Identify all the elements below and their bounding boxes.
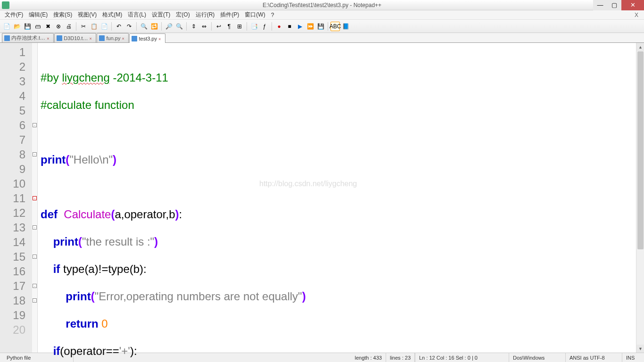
scroll-up-icon[interactable]: ▲ bbox=[636, 43, 644, 51]
redo-button[interactable]: ↷ bbox=[124, 22, 134, 31]
menu-window[interactable]: 窗口(W) bbox=[242, 11, 268, 19]
line-number-gutter: 1234567891011121314151617181920 bbox=[0, 43, 32, 353]
record-macro-button[interactable]: ● bbox=[274, 22, 284, 31]
save-all-button[interactable]: 🗃 bbox=[33, 22, 42, 31]
scroll-thumb[interactable] bbox=[637, 51, 644, 249]
code-content[interactable]: http://blog.csdn.net/liygcheng #by liygc… bbox=[38, 43, 644, 353]
file-tab[interactable]: fun.py× bbox=[97, 33, 129, 42]
zoom-out-button[interactable]: 🔍 bbox=[174, 22, 184, 31]
close-file-button[interactable]: ✖ bbox=[43, 22, 53, 31]
tab-close-x-icon[interactable]: X bbox=[632, 12, 641, 18]
tab-bar: 内存池技术.t…× D3D10.t…× fun.py× test3.py× bbox=[0, 33, 644, 43]
tab-close-icon[interactable]: × bbox=[47, 36, 50, 40]
menu-file[interactable]: 文件(F) bbox=[2, 11, 26, 19]
toolbar-separator bbox=[76, 22, 76, 31]
minimize-button[interactable]: — bbox=[593, 0, 607, 10]
menu-settings[interactable]: 设置(T) bbox=[149, 11, 173, 19]
file-icon bbox=[4, 35, 10, 41]
toolbar: 📄 📂 💾 🗃 ✖ ⊗ 🖨 ✂ 📋 📄 ↶ ↷ 🔍 🔁 🔎 🔍 ⇕ ⇔ ↩ ¶ … bbox=[0, 20, 644, 33]
tab-close-icon[interactable]: × bbox=[158, 37, 162, 41]
fold-box-icon[interactable]: - bbox=[33, 123, 37, 127]
window-controls: — ▢ ✕ bbox=[593, 0, 644, 10]
play-multi-button[interactable]: ⏩ bbox=[305, 22, 315, 31]
toolbar-separator bbox=[272, 22, 272, 31]
menu-run[interactable]: 运行(R) bbox=[193, 11, 218, 19]
toolbar-extra-button[interactable]: 📘 bbox=[341, 22, 350, 31]
sync-v-button[interactable]: ⇕ bbox=[189, 22, 198, 31]
zoom-in-button[interactable]: 🔎 bbox=[164, 22, 173, 31]
copy-button[interactable]: 📋 bbox=[89, 22, 99, 31]
menu-help[interactable]: ? bbox=[268, 12, 277, 18]
play-macro-button[interactable]: ▶ bbox=[295, 22, 305, 31]
file-icon bbox=[57, 35, 62, 41]
fold-box-icon[interactable]: - bbox=[33, 255, 37, 259]
replace-button[interactable]: 🔁 bbox=[149, 22, 159, 31]
cut-button[interactable]: ✂ bbox=[79, 22, 88, 31]
toolbar-separator bbox=[111, 22, 112, 31]
fold-column[interactable]: - - - - - - - bbox=[32, 43, 38, 353]
menu-language[interactable]: 语言(L) bbox=[125, 11, 149, 19]
new-file-button[interactable]: 📄 bbox=[2, 22, 11, 31]
open-file-button[interactable]: 📂 bbox=[12, 22, 22, 31]
menu-search[interactable]: 搜索(S) bbox=[50, 11, 75, 19]
toolbar-separator bbox=[247, 22, 247, 31]
function-list-button[interactable]: ƒ bbox=[260, 22, 269, 31]
toolbar-separator bbox=[328, 22, 328, 31]
stop-macro-button[interactable]: ■ bbox=[285, 22, 294, 31]
file-tab[interactable]: 内存池技术.t…× bbox=[2, 33, 54, 42]
close-button[interactable]: ✕ bbox=[621, 0, 644, 10]
menu-bar: 文件(F) 编辑(E) 搜索(S) 视图(V) 格式(M) 语言(L) 设置(T… bbox=[0, 10, 644, 20]
toolbar-separator bbox=[136, 22, 137, 31]
tab-label: D3D10.t… bbox=[64, 35, 88, 41]
print-button[interactable]: 🖨 bbox=[64, 22, 74, 31]
save-button[interactable]: 💾 bbox=[23, 22, 32, 31]
show-all-chars-button[interactable]: ¶ bbox=[224, 22, 234, 31]
tab-label: fun.py bbox=[106, 35, 120, 41]
app-icon bbox=[2, 1, 9, 9]
wordwrap-button[interactable]: ↩ bbox=[214, 22, 223, 31]
paste-button[interactable]: 📄 bbox=[99, 22, 109, 31]
fold-box-icon[interactable]: - bbox=[33, 298, 37, 303]
tab-label: test3.py bbox=[139, 36, 157, 41]
file-tab-active[interactable]: test3.py× bbox=[129, 33, 165, 43]
window-title: E:\Coding\Test\test1\test2\test3.py - No… bbox=[263, 2, 381, 8]
fold-box-icon[interactable]: - bbox=[33, 196, 37, 200]
title-bar: E:\Coding\Test\test1\test2\test3.py - No… bbox=[0, 0, 644, 10]
file-icon bbox=[99, 35, 105, 41]
fold-box-icon[interactable]: - bbox=[33, 284, 37, 288]
doc-map-button[interactable]: 📑 bbox=[249, 22, 259, 31]
toolbar-separator bbox=[211, 22, 212, 31]
editor-area[interactable]: 1234567891011121314151617181920 - - - - … bbox=[0, 43, 644, 353]
indent-guide-button[interactable]: ⊞ bbox=[235, 22, 244, 31]
fold-box-icon[interactable]: - bbox=[33, 225, 37, 230]
menu-view[interactable]: 视图(V) bbox=[75, 11, 99, 19]
sync-h-button[interactable]: ⇔ bbox=[199, 22, 209, 31]
spellcheck-button[interactable]: ABC bbox=[330, 22, 340, 31]
toolbar-separator bbox=[186, 22, 187, 31]
menu-format[interactable]: 格式(M) bbox=[99, 11, 125, 19]
toolbar-separator bbox=[161, 22, 162, 31]
close-all-button[interactable]: ⊗ bbox=[54, 22, 63, 31]
menu-edit[interactable]: 编辑(E) bbox=[26, 11, 50, 19]
menu-macro[interactable]: 宏(O) bbox=[173, 11, 192, 19]
menu-plugins[interactable]: 插件(P) bbox=[217, 11, 242, 19]
tab-close-icon[interactable]: × bbox=[122, 36, 125, 40]
fold-box-icon[interactable]: - bbox=[33, 152, 37, 156]
find-button[interactable]: 🔍 bbox=[139, 22, 149, 31]
file-icon bbox=[132, 36, 137, 41]
file-tab[interactable]: D3D10.t…× bbox=[54, 33, 96, 42]
undo-button[interactable]: ↶ bbox=[114, 22, 124, 31]
tab-label: 内存池技术.t… bbox=[11, 34, 45, 41]
tab-close-icon[interactable]: × bbox=[89, 36, 93, 40]
vertical-scrollbar[interactable]: ▲ ▼ bbox=[636, 43, 644, 353]
maximize-button[interactable]: ▢ bbox=[607, 0, 621, 10]
save-macro-button[interactable]: 💾 bbox=[316, 22, 325, 31]
scroll-down-icon[interactable]: ▼ bbox=[636, 345, 644, 353]
